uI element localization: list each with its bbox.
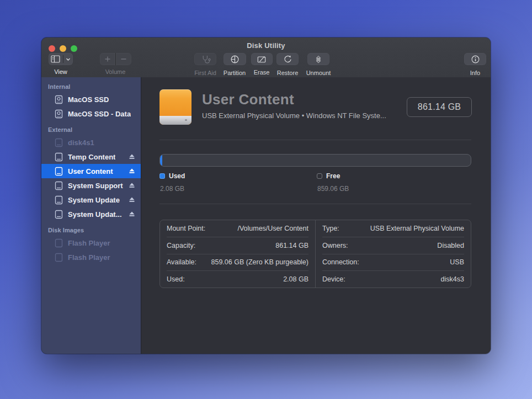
- table-row: Capacity: 861.14 GB: [167, 237, 308, 254]
- row-label: Available:: [167, 258, 196, 266]
- used-label: Used: [169, 172, 185, 180]
- toolbar-group-erase: Erase: [249, 53, 274, 76]
- free-swatch: [317, 173, 322, 179]
- used-swatch: [159, 173, 165, 179]
- minus-icon: [120, 56, 127, 62]
- sidebar-item-system-support[interactable]: System Support: [41, 178, 141, 193]
- volume-title: User Content: [202, 91, 294, 108]
- first-aid-label: First Aid: [191, 70, 219, 76]
- sidebar-item-macos-ssd[interactable]: MacOS SSD: [41, 92, 141, 107]
- table-row: Mount Point: /Volumes/User Content: [167, 220, 308, 237]
- volume-label: Volume: [100, 68, 131, 75]
- window-header: Disk Utility Vi: [41, 38, 491, 78]
- usage-bar-used: [160, 155, 162, 166]
- sidebar-item-label: disk4s1: [68, 139, 94, 147]
- table-row: Used: 2.08 GB: [167, 271, 308, 288]
- window-title: Disk Utility: [41, 41, 491, 50]
- row-label: Used:: [167, 275, 185, 283]
- view-button[interactable]: [49, 53, 73, 65]
- stethoscope-icon: [200, 55, 211, 64]
- restore-label: Restore: [274, 70, 301, 76]
- sidebar-item-label: System Updat...: [68, 210, 122, 219]
- free-value: 859.06 GB: [317, 185, 349, 193]
- sidebar-item-label: MacOS SSD - Data: [68, 110, 131, 118]
- row-value: 859.06 GB (Zero KB purgeable): [211, 258, 309, 266]
- sidebar-section-internal: Internal: [41, 81, 141, 92]
- unmount-eject-icon: [314, 55, 323, 64]
- button-divider: [63, 55, 63, 63]
- legend-free: Free 859.06 GB: [317, 172, 349, 193]
- row-label: Connection:: [322, 258, 359, 266]
- details-column-right: Type: USB External Physical Volume Owner…: [316, 220, 471, 288]
- erase-label: Erase: [249, 69, 274, 76]
- table-row: Owners: Disabled: [322, 237, 464, 254]
- sidebar-item-system-update[interactable]: System Update: [41, 193, 141, 207]
- eject-icon[interactable]: [129, 196, 135, 203]
- view-label: View: [49, 68, 73, 75]
- sidebar-item-macos-ssd-data[interactable]: MacOS SSD - Data: [41, 107, 141, 121]
- capacity-badge: 861.14 GB: [407, 97, 472, 117]
- row-label: Owners:: [322, 242, 348, 249]
- toolbar-group-partition: Partition: [220, 53, 249, 76]
- sidebar-item-label: Flash Player: [68, 239, 110, 247]
- external-drive-icon: [55, 210, 63, 219]
- row-value: 2.08 GB: [283, 275, 308, 283]
- partition-button[interactable]: [224, 53, 246, 65]
- free-label: Free: [326, 172, 340, 180]
- orange-external-drive-icon: [159, 89, 191, 125]
- sidebar-item-temp-content[interactable]: Temp Content: [41, 150, 141, 164]
- toolbar-group-first-aid: First Aid: [191, 53, 219, 76]
- eject-icon[interactable]: [129, 182, 135, 189]
- sidebar-item-disk4s1[interactable]: disk4s1: [41, 135, 141, 150]
- row-label: Device:: [322, 275, 345, 283]
- row-label: Capacity:: [167, 242, 195, 249]
- toolbar-group-restore: Restore: [274, 53, 301, 76]
- chevron-down-icon: [66, 57, 71, 61]
- details-column-left: Mount Point: /Volumes/User Content Capac…: [160, 220, 316, 288]
- toolbar-group-volume: Volume: [100, 53, 131, 75]
- restore-button[interactable]: [276, 53, 299, 65]
- sidebar-item-label: System Update: [68, 196, 120, 204]
- row-value: /Volumes/User Content: [237, 225, 308, 232]
- sidebar-item-label: Flash Player: [68, 253, 110, 262]
- first-aid-button[interactable]: [194, 53, 216, 65]
- sidebar-item-system-update-2[interactable]: System Updat...: [41, 207, 141, 221]
- unmount-button[interactable]: [307, 53, 329, 65]
- sidebar: Internal MacOS SSD: [41, 77, 141, 354]
- drive-base: [159, 116, 191, 125]
- external-drive-icon: [55, 195, 63, 205]
- row-value: USB: [450, 258, 464, 266]
- eject-icon[interactable]: [129, 168, 135, 174]
- eject-icon[interactable]: [129, 211, 135, 217]
- sidebar-item-label: MacOS SSD: [68, 95, 109, 104]
- erase-pen-icon: [257, 55, 267, 63]
- eject-icon[interactable]: [129, 153, 135, 160]
- row-label: Type:: [322, 225, 339, 232]
- table-row: Available: 859.06 GB (Zero KB purgeable): [167, 254, 308, 272]
- partition-pie-icon: [230, 55, 240, 64]
- table-row: Type: USB External Physical Volume: [322, 220, 464, 237]
- sidebar-item-label: User Content: [68, 167, 113, 175]
- legend-used: Used 2.08 GB: [159, 172, 185, 193]
- remove-volume-button[interactable]: [115, 53, 131, 65]
- sidebar-item-flash-player-2[interactable]: Flash Player: [41, 250, 141, 264]
- add-volume-button[interactable]: [100, 53, 115, 65]
- used-value: 2.08 GB: [160, 185, 185, 193]
- info-button[interactable]: [464, 53, 486, 65]
- row-value: disk4s3: [441, 275, 464, 283]
- sidebar-item-flash-player-1[interactable]: Flash Player: [41, 236, 141, 250]
- external-drive-icon: [55, 138, 63, 147]
- disk-image-icon: [55, 253, 63, 262]
- main-pane: User Content USB External Physical Volum…: [141, 77, 491, 354]
- unmount-label: Unmount: [305, 70, 332, 76]
- erase-button[interactable]: [251, 53, 273, 65]
- volume-subtitle: USB External Physical Volume • Windows N…: [202, 111, 386, 120]
- row-value: 861.14 GB: [275, 242, 308, 249]
- row-label: Mount Point:: [167, 225, 205, 232]
- sidebar-item-label: Temp Content: [68, 153, 115, 161]
- toolbar-group-unmount: Unmount: [305, 53, 332, 76]
- separator: [159, 204, 471, 204]
- sidebar-item-user-content[interactable]: User Content: [41, 164, 141, 178]
- toolbar-group-view: View: [49, 53, 73, 75]
- row-value: Disabled: [437, 242, 464, 249]
